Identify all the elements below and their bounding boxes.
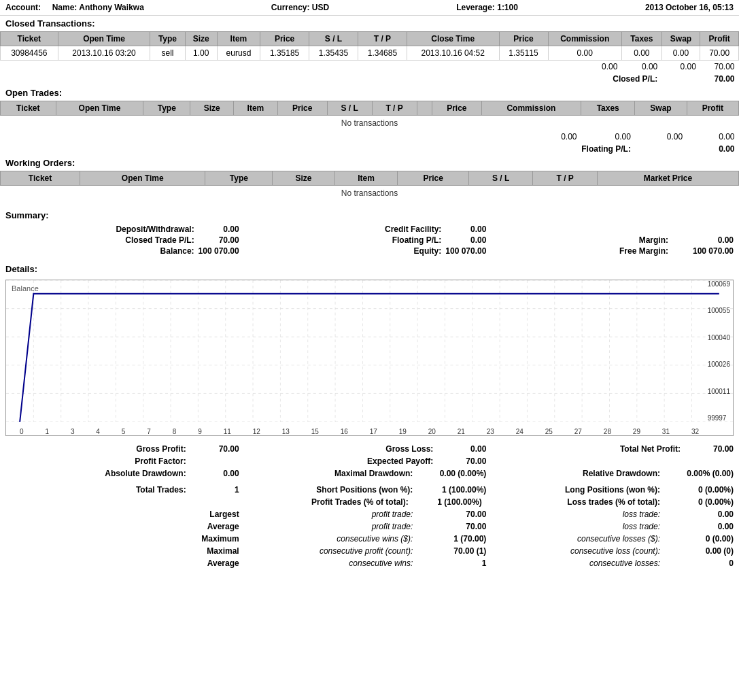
ot-col-close-price: Price bbox=[432, 101, 481, 116]
col-sl: S / L bbox=[309, 32, 358, 46]
closed-transaction-row: 30984456 2013.10.16 03:20 sell 1.00 euru… bbox=[1, 46, 739, 61]
max-cons-wins-label: consecutive wins ($): bbox=[337, 534, 413, 544]
total-net-profit-label: Total Net Profit: bbox=[620, 444, 681, 454]
profit-factor-label: Profit Factor: bbox=[135, 456, 186, 466]
col-open-time: Open Time bbox=[58, 32, 150, 46]
largest-label: Largest bbox=[209, 510, 239, 519]
datetime: 2013 October 16, 05:13 bbox=[645, 3, 734, 12]
ot-col-price: Price bbox=[277, 101, 327, 116]
stats-row-5: Profit Trades (% of total): 1 (100.00%) … bbox=[5, 496, 734, 508]
ot-col-type: Type bbox=[143, 101, 190, 116]
ot-col-taxes: Taxes bbox=[581, 101, 635, 116]
taxes: 0.00 bbox=[621, 46, 661, 61]
close-time: 2013.10.16 04:52 bbox=[407, 46, 499, 61]
balance-chart: Balance bbox=[5, 280, 734, 436]
wo-col-tp: T / P bbox=[533, 171, 598, 186]
item: eurusd bbox=[217, 46, 260, 61]
name-label: Name: bbox=[52, 3, 78, 12]
stats-row-2: Profit Factor: Expected Payoff: 70.00 bbox=[5, 455, 734, 467]
open-time: 2013.10.16 03:20 bbox=[58, 46, 150, 61]
wo-col-open-time: Open Time bbox=[80, 171, 205, 186]
expected-payoff-label: Expected Payoff: bbox=[367, 456, 433, 466]
open-trades-header: Ticket Open Time Type Size Item Price S … bbox=[1, 101, 739, 116]
avg-cons-wins-label: consecutive wins: bbox=[349, 559, 413, 568]
y-label-5: 100011 bbox=[708, 388, 730, 395]
price: 1.35185 bbox=[260, 46, 309, 61]
col-type: Type bbox=[150, 32, 185, 46]
currency-label: Currency: bbox=[271, 3, 310, 12]
total-trades-value: 1 bbox=[192, 485, 239, 495]
wo-col-market-price: Market Price bbox=[597, 171, 738, 186]
deposit-value: 0.00 bbox=[199, 224, 239, 234]
col-close-price: Price bbox=[499, 32, 548, 46]
y-label-1: 100069 bbox=[708, 280, 730, 288]
summary-row-2: Closed Trade P/L: 70.00 Floating P/L: 0.… bbox=[5, 235, 734, 245]
working-orders-no-transactions: No transactions bbox=[1, 186, 739, 201]
largest-profit-trade-label: profit trade: bbox=[372, 510, 413, 519]
maximum-label: Maximum bbox=[201, 534, 239, 544]
wo-col-type: Type bbox=[205, 171, 273, 186]
largest-loss-trade-value: 0.00 bbox=[666, 510, 734, 519]
floating-pl-value: 0.00 bbox=[635, 143, 739, 155]
chart-y-axis: 100069 100055 100040 100026 100011 99997 bbox=[708, 280, 732, 422]
tp: 1.34685 bbox=[358, 46, 407, 61]
ot-profit: 0.00 bbox=[687, 131, 738, 143]
closed-pl-row: Closed P/L: 70.00 bbox=[1, 73, 739, 85]
details-title: Details: bbox=[0, 261, 739, 277]
stats-row-10: Average consecutive wins: 1 consecutive … bbox=[5, 557, 734, 569]
wo-col-price: Price bbox=[398, 171, 468, 186]
y-label-2: 100055 bbox=[708, 307, 730, 314]
gross-profit-value: 70.00 bbox=[192, 444, 239, 454]
statistics-section: Gross Profit: 70.00 Gross Loss: 0.00 Tot… bbox=[0, 439, 739, 573]
col-close-time: Close Time bbox=[407, 32, 499, 46]
open-trades-title: Open Trades: bbox=[0, 85, 739, 101]
balance-label: Balance: bbox=[160, 246, 194, 256]
average2-label: Average bbox=[207, 559, 239, 568]
gross-profit-label: Gross Profit: bbox=[136, 444, 186, 454]
long-pos-label: Long Positions (won %): bbox=[565, 485, 660, 495]
open-trades-subtotal: 0.00 0.00 0.00 0.00 bbox=[1, 131, 739, 143]
equity-label: Equity: bbox=[414, 246, 442, 256]
abs-drawdown-value: 0.00 bbox=[192, 469, 239, 478]
stats-row-1: Gross Profit: 70.00 Gross Loss: 0.00 Tot… bbox=[5, 443, 734, 455]
swap: 0.00 bbox=[661, 46, 700, 61]
wo-col-ticket: Ticket bbox=[1, 171, 80, 186]
currency-value: USD bbox=[312, 3, 329, 12]
average-loss-trade-label: loss trade: bbox=[623, 522, 660, 531]
ot-taxes: 0.00 bbox=[581, 131, 635, 143]
leverage-info: Leverage: 1:100 bbox=[456, 3, 518, 12]
expected-payoff-value: 70.00 bbox=[439, 456, 486, 466]
average-profit-trade-label: profit trade: bbox=[372, 522, 413, 531]
currency-info: Currency: USD bbox=[271, 3, 329, 12]
total-net-profit-value: 70.00 bbox=[686, 444, 734, 454]
closed-transactions-table: Ticket Open Time Type Size Item Price S … bbox=[0, 31, 739, 85]
relative-drawdown-label: Relative Drawdown: bbox=[583, 469, 660, 478]
ot-col-ticket: Ticket bbox=[1, 101, 56, 116]
avg-cons-losses-value: 0 bbox=[666, 559, 734, 568]
col-price: Price bbox=[260, 32, 309, 46]
ot-col-swap: Swap bbox=[635, 101, 687, 116]
deposit-label: Deposit/Withdrawal: bbox=[116, 224, 194, 234]
working-orders-title: Working Orders: bbox=[0, 155, 739, 171]
average-label: Average bbox=[207, 522, 239, 531]
stats-row-3: Absolute Drawdown: 0.00 Maximal Drawdown… bbox=[5, 467, 734, 480]
max-cons-loss-count-label: consecutive loss (count): bbox=[570, 546, 660, 556]
free-margin-value: 100 070.00 bbox=[672, 246, 734, 256]
subtotal-commission: 0.00 bbox=[548, 61, 621, 73]
working-orders-table: Ticket Open Time Type Size Item Price S … bbox=[0, 171, 739, 201]
stats-row-6: Largest profit trade: 70.00 loss trade: … bbox=[5, 508, 734, 520]
max-cons-losses-value: 0 (0.00) bbox=[666, 534, 734, 544]
col-size: Size bbox=[185, 32, 217, 46]
margin-label: Margin: bbox=[639, 235, 668, 245]
header: Account: Name: Anthony Waikwa Currency: … bbox=[0, 0, 739, 16]
short-pos-label: Short Positions (won %): bbox=[316, 485, 413, 495]
long-pos-value: 0 (0.00%) bbox=[666, 485, 734, 495]
credit-value: 0.00 bbox=[445, 224, 486, 234]
ot-swap: 0.00 bbox=[635, 131, 687, 143]
free-margin-label: Free Margin: bbox=[619, 246, 668, 256]
y-label-4: 100026 bbox=[708, 361, 730, 368]
ot-col-sl: S / L bbox=[327, 101, 372, 116]
stats-row-8: Maximum consecutive wins ($): 1 (70.00) … bbox=[5, 533, 734, 545]
summary-title: Summary: bbox=[0, 207, 739, 223]
ot-col-commission: Commission bbox=[481, 101, 581, 116]
